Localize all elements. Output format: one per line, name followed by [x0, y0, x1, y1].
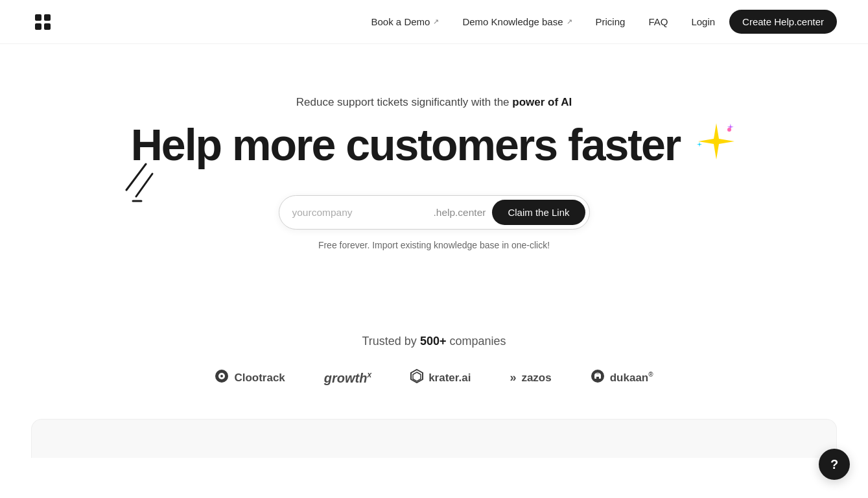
nav-logo[interactable] [31, 10, 54, 34]
help-button[interactable]: ? [819, 449, 850, 480]
claim-link-button[interactable]: Claim the Link [492, 200, 585, 225]
nav-pricing[interactable]: Pricing [587, 11, 635, 32]
decorative-lines [123, 161, 162, 206]
krater-icon [410, 369, 423, 386]
hero-subtitle-normal: Reduce support tickets significantly wit… [296, 96, 513, 108]
svg-rect-3 [44, 23, 51, 30]
zazos-label: zazos [521, 372, 551, 385]
trusted-prefix: Trusted by [362, 335, 420, 348]
svg-rect-18 [596, 377, 599, 379]
trusted-suffix: companies [446, 335, 506, 348]
nav-faq-label: FAQ [648, 16, 668, 27]
nav-pricing-label: Pricing [596, 16, 626, 27]
hero-subtitle: Reduce support tickets significantly wit… [296, 96, 572, 109]
clootrack-icon [215, 369, 229, 386]
hero-section: Reduce support tickets significantly wit… [0, 44, 868, 335]
nav-faq[interactable]: FAQ [639, 11, 677, 32]
bottom-card-peek [31, 419, 837, 458]
nav-links: Book a Demo ↗ Demo Knowledge base ↗ Pric… [362, 10, 837, 34]
external-icon: ↗ [433, 18, 439, 26]
dukaan-label: dukaan® [610, 371, 653, 385]
trusted-section: Trusted by 500+ companies Clootrack grow… [0, 335, 868, 419]
svg-point-13 [220, 375, 223, 377]
svg-line-5 [136, 174, 152, 196]
trusted-title: Trusted by 500+ companies [362, 335, 506, 348]
logo-zazos: » zazos [510, 371, 551, 385]
svg-rect-0 [35, 14, 41, 21]
hero-title-text: Help more customers faster [131, 122, 680, 168]
domain-suffix: .help.center [433, 207, 486, 219]
svg-marker-9 [697, 141, 702, 147]
logos-row: Clootrack growthx krater.ai » zazos [215, 369, 653, 386]
nav-login[interactable]: Login [682, 11, 724, 32]
logo-growthx: growthx [324, 370, 371, 386]
hero-title: Help more customers faster [131, 121, 737, 169]
nav-cta-button[interactable]: Create Help.center [729, 10, 837, 34]
nav-book-demo-label: Book a Demo [371, 16, 430, 27]
growthx-label: growthx [324, 370, 371, 386]
nav-demo-kb-label: Demo Knowledge base [462, 16, 563, 27]
logo-clootrack: Clootrack [215, 369, 285, 386]
svg-rect-1 [35, 23, 41, 30]
logo-krater: krater.ai [410, 369, 471, 386]
trusted-count: 500+ [420, 335, 447, 348]
nav-book-demo[interactable]: Book a Demo ↗ [362, 11, 449, 32]
krater-label: krater.ai [428, 372, 471, 385]
svg-marker-15 [413, 372, 421, 381]
logo-dukaan: dukaan® [591, 369, 653, 386]
sparkle-icon [696, 121, 737, 169]
navbar: Book a Demo ↗ Demo Knowledge base ↗ Pric… [0, 0, 868, 44]
hero-subtitle-bold: power of AI [512, 96, 572, 108]
dukaan-icon [591, 369, 605, 386]
claim-form: .help.center Claim the Link [279, 195, 590, 230]
external-icon-2: ↗ [567, 18, 572, 26]
nav-demo-kb[interactable]: Demo Knowledge base ↗ [453, 11, 581, 32]
svg-rect-2 [44, 14, 51, 21]
zazos-icon: » [510, 371, 516, 385]
company-input[interactable] [292, 207, 434, 219]
svg-point-10 [727, 128, 731, 132]
clootrack-label: Clootrack [234, 372, 285, 385]
hero-note: Free forever. Import existing knowledge … [318, 240, 550, 250]
